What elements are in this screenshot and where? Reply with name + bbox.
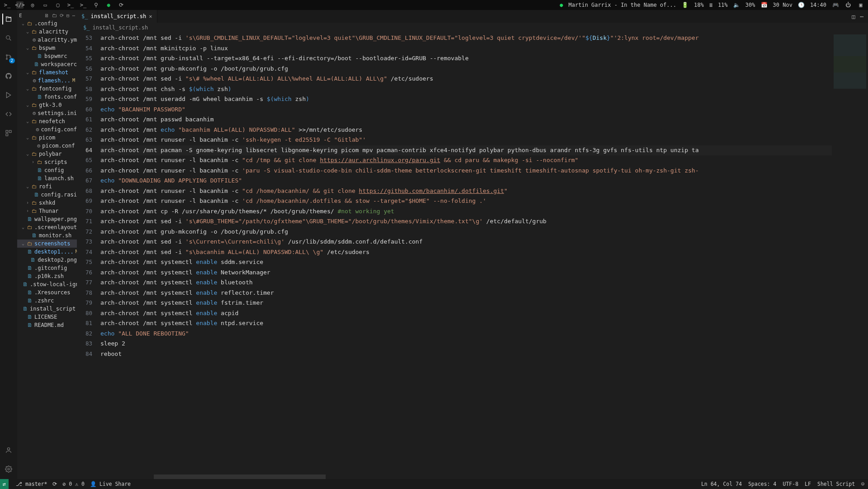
terminal-icon[interactable]: >_ [4,1,11,9]
spotify-status-icon: ● [560,2,563,8]
file-item[interactable]: 🗎bspwmrc [17,52,77,60]
sync-icon[interactable]: ⟳ [118,1,125,9]
line-gutter[interactable]: 5354555657585960616263646566676869707172… [77,33,100,475]
more-icon[interactable]: ⋯ [72,13,75,19]
file-item[interactable]: ⚙flamesh...M [17,77,77,85]
remote-button[interactable]: ⇄ [0,479,9,489]
file-item[interactable]: ⚙settings.ini [17,109,77,117]
term2-icon[interactable]: >_ [67,1,74,9]
file-item[interactable]: 🗎wallpaper.png [17,215,77,223]
file-item[interactable]: 🗎install_script.sh [17,305,77,313]
editor-area: $_ install_script.sh ✕ ◫ ⋯ $_ install_sc… [77,10,868,479]
folder-item[interactable]: ⌄🗀gtk-3.0 [17,101,77,109]
folder-item[interactable]: ⌄🗀neofetch [17,117,77,125]
folder-item[interactable]: ⌄🗀bspwm [17,44,77,52]
horizontal-scrollbar[interactable] [77,475,868,479]
explorer-icon[interactable] [2,14,13,24]
file-item[interactable]: 🗎desktop1....M [17,248,77,256]
file-item[interactable]: 🗎.zshrc [17,297,77,305]
eol[interactable]: LF [805,481,811,487]
pin-icon[interactable]: ⚲ [92,1,100,9]
folder-item[interactable]: ›🗀Thunar [17,207,77,215]
file-item[interactable]: 🗎workspacerc [17,60,77,68]
settings-gear-icon[interactable] [3,464,14,475]
folder-item[interactable]: ⌄🗀rofi [17,182,77,191]
encoding[interactable]: UTF-8 [783,481,798,487]
file-item[interactable]: 🗎config [17,166,77,174]
file-item[interactable]: 🗎LICENSE [17,313,77,321]
folder-item[interactable]: ›🗀scripts [17,158,77,166]
folder-item[interactable]: ⌄🗀picom [17,134,77,142]
file-item[interactable]: 🗎launch.sh [17,174,77,182]
file-item[interactable]: ⚙alacritty.yml [17,36,77,44]
folder-item[interactable]: ⌄🗀.screenlayout [17,223,77,231]
folder-item[interactable]: ⌄🗀polybar [17,150,77,158]
term3-icon[interactable]: >_ [80,1,87,9]
collapse-icon[interactable]: ⊟ [66,13,70,19]
code-icon[interactable]: </> [16,1,24,9]
problems[interactable]: ⊘ 0 ⚠ 0 [62,481,85,487]
feedback-icon[interactable]: ☺ [861,481,864,487]
folder-item[interactable]: ⌄🗀.config [17,19,77,28]
shell-file-icon: $_ [81,13,88,19]
new-file-icon[interactable]: 🗎 [44,13,49,19]
folder-item[interactable]: ›🗀sxhkd [17,199,77,207]
file-item[interactable]: 🗎.p10k.zsh [17,272,77,280]
power-icon[interactable]: ⏻ [844,1,852,9]
logout-icon[interactable]: ▣ [857,1,864,9]
refresh-icon[interactable]: ⟳ [60,13,64,19]
calendar-icon: 📅 [761,2,768,8]
account-icon[interactable] [3,445,14,455]
folder-item[interactable]: ⌄🗀alacritty [17,28,77,36]
file-item[interactable]: ⚙config.conf [17,125,77,134]
file-tree[interactable]: ⌄🗀.config⌄🗀alacritty⚙alacritty.yml⌄🗀bspw… [17,19,77,329]
indent[interactable]: Spaces: 4 [748,481,776,487]
live-share[interactable]: 👤 Live Share [90,481,131,487]
new-folder-icon[interactable]: 🗀 [52,13,57,19]
extensions-icon[interactable] [3,128,14,139]
volume-icon: 🔈 [733,2,740,8]
tabs-bar[interactable]: $_ install_script.sh ✕ ◫ ⋯ [77,10,868,23]
folder-item[interactable]: ⌄🗀screenshots [17,240,77,248]
files-icon[interactable]: ▭ [42,1,49,9]
tab-label: install_script.sh [90,13,146,19]
spotify-track[interactable]: Martin Garrix - In the Name of... [569,2,676,8]
cursor-position[interactable]: Ln 64, Col 74 [701,481,742,487]
memory-icon: ≣ [709,2,712,8]
git-branch[interactable]: ⎇ master* [16,481,47,487]
more-actions-icon[interactable]: ⋯ [860,13,863,20]
time-label: 14:40 [810,2,826,8]
close-icon[interactable]: ✕ [149,13,152,19]
file-item[interactable]: 🗎config.rasi [17,191,77,199]
file-item[interactable]: 🗎fonts.conf [17,93,77,101]
browser-icon[interactable]: ◎ [29,1,36,9]
remote-icon[interactable] [3,109,14,120]
folder-item[interactable]: ⌄🗀fontconfig [17,85,77,93]
file-item[interactable]: 🗎.stow-local-ignore [17,280,77,288]
github-icon[interactable] [3,71,14,82]
discord-icon[interactable]: 🎮 [832,1,839,9]
file-item[interactable]: 🗎.Xresources [17,288,77,297]
file-item[interactable]: 🗎.gitconfig [17,264,77,272]
file-item[interactable]: 🗎README.md [17,321,77,329]
code-editor[interactable]: arch-chroot /mnt sed -i 's\GRUB_CMDLINE_… [100,33,832,475]
file-item[interactable]: 🗎desktop2.png [17,256,77,264]
spotify-icon[interactable]: ● [105,1,112,9]
folder-item[interactable]: ⌄🗀flameshot [17,68,77,77]
source-control-icon[interactable]: 2 [3,52,14,62]
svg-point-3 [10,57,11,58]
language-mode[interactable]: Shell Script [817,481,855,487]
tab-install-script[interactable]: $_ install_script.sh ✕ [77,10,157,23]
run-debug-icon[interactable] [3,90,14,101]
split-editor-icon[interactable]: ◫ [852,13,855,20]
search-icon[interactable] [3,33,14,43]
breadcrumb[interactable]: $_ install_script.sh [77,23,868,33]
git-sync[interactable]: ⟳ [52,481,57,487]
file-item[interactable]: 🗎monitor.sh [17,231,77,240]
battery-pct: 18% [694,2,704,8]
svg-point-1 [6,55,8,56]
explorer-sidebar[interactable]: E 🗎 🗀 ⟳ ⊟ ⋯ ⌄🗀.config⌄🗀alacritty⚙alacrit… [17,10,77,479]
minimap[interactable] [832,33,868,475]
file-item[interactable]: ⚙picom.conf [17,142,77,150]
screen-icon[interactable]: ▢ [54,1,62,9]
